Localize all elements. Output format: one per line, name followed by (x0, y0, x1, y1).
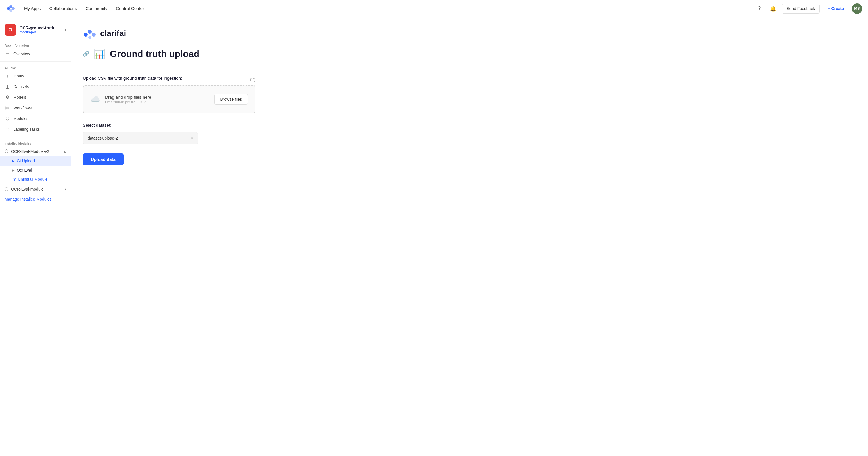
nav-right-actions: ? 🔔 Send Feedback + Create MS (754, 3, 862, 14)
nav-links: My Apps Collaborations Community Control… (21, 4, 754, 13)
top-navigation: My Apps Collaborations Community Control… (0, 0, 868, 17)
inputs-label: Inputs (13, 74, 24, 78)
trash-icon: 🗑 (12, 177, 16, 182)
workflows-icon: ⋈ (5, 105, 10, 111)
sub1-label: Gt Upload (17, 159, 35, 163)
chevron-down-2-icon: ▾ (65, 187, 66, 191)
modules-icon: ⬡ (5, 116, 10, 121)
upload-label: Upload CSV file with ground truth data f… (83, 76, 857, 81)
nav-collaborations[interactable]: Collaborations (46, 4, 81, 13)
datasets-icon: ◫ (5, 84, 10, 89)
sidebar-item-models[interactable]: ⚙ Models (0, 92, 71, 103)
app-name: OCR-ground-truth (20, 26, 61, 30)
module-icon: ⬡ (5, 148, 9, 154)
section-app-information: App Information (0, 41, 71, 48)
dropdown-chevron-icon: ▾ (191, 136, 193, 141)
send-feedback-button[interactable]: Send Feedback (782, 4, 820, 13)
nav-community[interactable]: Community (82, 4, 111, 13)
svg-point-5 (88, 30, 92, 34)
link-icon[interactable]: 🔗 (83, 51, 89, 57)
page-header: 🔗 📊 Ground truth upload (83, 48, 857, 66)
sub2-label: Ocr Eval (17, 168, 32, 172)
manage-installed-modules-link[interactable]: Manage Installed Modules (0, 194, 71, 204)
modules-label: Modules (13, 116, 29, 121)
module-ocr-eval-v2[interactable]: ⬡ OCR-Eval-Module-v2 ▲ (0, 146, 71, 156)
app-info: OCR-ground-truth mogith-p-n (20, 26, 61, 34)
sidebar-item-labeling-tasks[interactable]: ◇ Labeling Tasks (0, 124, 71, 135)
page-title: Ground truth upload (110, 49, 199, 59)
expand-arrow-icon: ▶ (12, 159, 14, 163)
cloud-upload-icon: ☁️ (90, 95, 100, 104)
svg-point-6 (92, 32, 96, 36)
svg-point-7 (88, 36, 91, 39)
labeling-label: Labeling Tasks (13, 127, 40, 132)
svg-point-1 (9, 5, 12, 8)
select-dataset-label: Select dataset: (83, 123, 857, 127)
upload-text: Drag and drop files here Limit 200MB per… (105, 95, 151, 104)
sidebar-item-overview[interactable]: ☰ Overview (0, 48, 71, 59)
expand-arrow-2-icon: ▶ (12, 168, 14, 172)
module-sub-gt-upload[interactable]: ▶ Gt Upload (0, 156, 71, 166)
clarifai-wave-svg (83, 27, 97, 40)
models-icon: ⚙ (5, 94, 10, 100)
notifications-btn[interactable]: 🔔 (768, 3, 778, 14)
page-layout: O OCR-ground-truth mogith-p-n ▾ App Info… (0, 17, 868, 456)
browse-files-button[interactable]: Browse files (214, 94, 248, 105)
drag-drop-text: Drag and drop files here (105, 95, 151, 99)
module2-icon: ⬡ (5, 186, 9, 192)
models-label: Models (13, 95, 26, 99)
module1-name: OCR-Eval-Module-v2 (11, 149, 61, 154)
section-ai-lake: AI Lake (0, 64, 71, 71)
module-sub-ocr-eval[interactable]: ▶ Ocr Eval (0, 166, 71, 175)
nav-control-center[interactable]: Control Center (113, 4, 148, 13)
chevron-down-icon: ▾ (65, 28, 66, 32)
help-icon-btn[interactable]: ? (754, 3, 765, 14)
main-content: clarifai 🔗 📊 Ground truth upload Upload … (71, 17, 868, 456)
dataset-section: Select dataset: dataset-upload-2 ▾ (83, 123, 857, 144)
help-circle-icon: ? (758, 5, 761, 11)
datasets-label: Datasets (13, 84, 29, 89)
help-upload-icon[interactable]: (?) (250, 77, 255, 82)
uninstall-module-link[interactable]: 🗑 Uninstall Module (0, 175, 71, 184)
overview-icon: ☰ (5, 51, 10, 56)
sidebar-item-workflows[interactable]: ⋈ Workflows (0, 103, 71, 113)
divider (0, 61, 71, 62)
upload-zone-left: ☁️ Drag and drop files here Limit 200MB … (90, 95, 151, 104)
app-logo[interactable] (6, 3, 16, 14)
workflows-label: Workflows (13, 106, 32, 110)
sidebar-item-datasets[interactable]: ◫ Datasets (0, 81, 71, 92)
page-chart-icon: 📊 (94, 48, 105, 59)
dataset-value: dataset-upload-2 (88, 136, 118, 141)
chevron-up-icon: ▲ (63, 149, 66, 153)
dataset-dropdown[interactable]: dataset-upload-2 ▾ (83, 132, 198, 144)
uninstall-label: Uninstall Module (18, 177, 48, 182)
overview-label: Overview (13, 52, 30, 56)
upload-data-button[interactable]: Upload data (83, 153, 124, 165)
upload-section: Upload CSV file with ground truth data f… (83, 76, 857, 113)
sidebar-item-modules[interactable]: ⬡ Modules (0, 113, 71, 124)
app-header[interactable]: O OCR-ground-truth mogith-p-n ▾ (0, 22, 71, 38)
clarifai-brand-text: clarifai (100, 29, 126, 38)
create-button[interactable]: + Create (823, 4, 848, 13)
svg-point-0 (7, 7, 10, 10)
bell-icon: 🔔 (770, 5, 776, 12)
module2-name: OCR-Eval-module (11, 187, 62, 192)
divider-2 (0, 137, 71, 137)
upload-zone-wrapper: (?) ☁️ Drag and drop files here Limit 20… (83, 85, 255, 113)
file-limit-text: Limit 200MB per file • CSV (105, 100, 151, 104)
section-installed-modules: Installed Modules (0, 139, 71, 146)
svg-point-3 (9, 9, 12, 12)
svg-point-2 (12, 7, 15, 10)
app-owner: mogith-p-n (20, 30, 61, 34)
avatar[interactable]: MS (852, 3, 862, 14)
app-icon: O (5, 24, 16, 36)
nav-my-apps[interactable]: My Apps (21, 4, 44, 13)
labeling-icon: ◇ (5, 126, 10, 132)
inputs-icon: ↑ (5, 74, 10, 79)
upload-dropzone[interactable]: ☁️ Drag and drop files here Limit 200MB … (83, 85, 255, 113)
sidebar: O OCR-ground-truth mogith-p-n ▾ App Info… (0, 17, 71, 456)
clarifai-logo: clarifai (83, 27, 857, 40)
module-ocr-eval-module[interactable]: ⬡ OCR-Eval-module ▾ (0, 184, 71, 194)
svg-point-4 (84, 32, 88, 36)
sidebar-item-inputs[interactable]: ↑ Inputs (0, 71, 71, 81)
